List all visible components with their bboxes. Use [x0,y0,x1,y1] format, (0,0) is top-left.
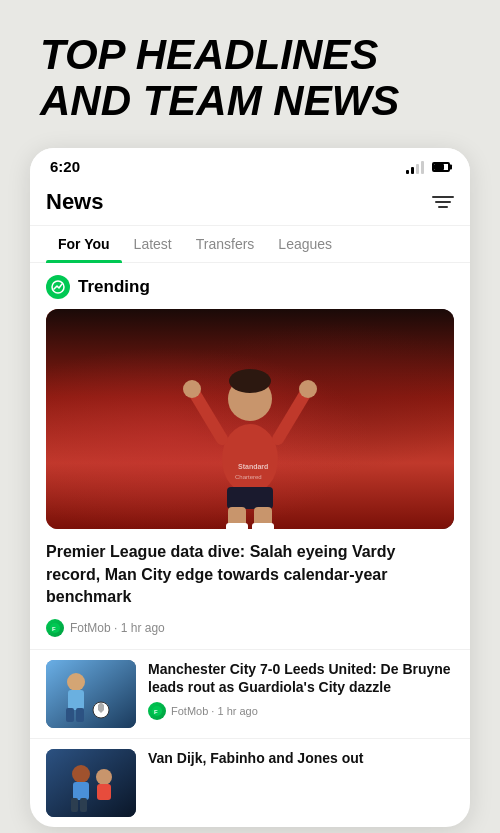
news-item-2[interactable]: Van Dijk, Fabinho and Jones out [30,738,470,827]
news-headline-2: Van Dijk, Fabinho and Jones out [148,749,454,767]
status-icons [406,160,450,174]
svg-text:Chartered: Chartered [235,474,262,480]
news-source-1: F FotMob · 1 hr ago [148,702,454,720]
trending-icon [46,275,70,299]
trending-header: Trending [30,263,470,309]
svg-rect-19 [68,690,84,710]
svg-text:Standard: Standard [238,463,268,470]
svg-point-3 [229,369,271,393]
svg-point-5 [183,380,201,398]
main-article-headline[interactable]: Premier League data dive: Salah eyeing V… [30,529,470,614]
tabs-bar: For You Latest Transfers Leagues [30,226,470,263]
svg-line-6 [278,394,305,439]
hero-section: TOP HEADLINES AND TEAM NEWS [0,0,500,148]
svg-point-1 [222,424,278,494]
status-bar: 6:20 [30,148,470,181]
svg-rect-27 [73,782,89,800]
fotmob-logo: F [46,619,64,637]
svg-rect-21 [76,708,84,722]
svg-text:F: F [52,626,56,632]
svg-rect-28 [71,798,78,812]
svg-point-18 [67,673,85,691]
svg-point-7 [299,380,317,398]
news-content-2: Van Dijk, Fabinho and Jones out [148,749,454,773]
status-time: 6:20 [50,158,80,175]
fotmob-logo-2: F [148,702,166,720]
news-source-text-1: FotMob · 1 hr ago [171,705,258,717]
battery-icon [432,162,450,172]
filter-button[interactable] [432,196,454,208]
svg-rect-12 [252,523,274,529]
main-article-source: F FotMob · 1 hr ago [30,615,470,649]
news-item-1[interactable]: Manchester City 7-0 Leeds United: De Bru… [30,649,470,738]
main-article-source-text: FotMob · 1 hr ago [70,621,165,635]
tab-latest[interactable]: Latest [122,226,184,262]
tab-for-you[interactable]: For You [46,226,122,262]
svg-rect-29 [80,798,87,812]
news-content-1: Manchester City 7-0 Leeds United: De Bru… [148,660,454,720]
svg-point-26 [72,765,90,783]
svg-point-30 [96,769,112,785]
news-thumb-1 [46,660,136,728]
app-header: News [30,181,470,226]
svg-rect-11 [226,523,248,529]
svg-rect-17 [46,660,136,728]
svg-rect-8 [227,487,273,509]
app-title: News [46,189,103,215]
signal-icon [406,160,424,174]
svg-rect-31 [97,784,111,800]
hero-image[interactable]: Standard Chartered [46,309,454,529]
tab-leagues[interactable]: Leagues [266,226,344,262]
tab-transfers[interactable]: Transfers [184,226,267,262]
svg-rect-25 [46,749,136,817]
svg-rect-20 [66,708,74,722]
trending-label: Trending [78,277,150,297]
svg-line-4 [195,394,222,439]
svg-text:F: F [154,709,158,715]
player-figure: Standard Chartered [170,319,330,529]
phone-mockup: 6:20 News For You Latest [30,148,470,826]
hero-title: TOP HEADLINES AND TEAM NEWS [40,32,460,124]
news-headline-1: Manchester City 7-0 Leeds United: De Bru… [148,660,454,696]
news-thumb-2 [46,749,136,817]
